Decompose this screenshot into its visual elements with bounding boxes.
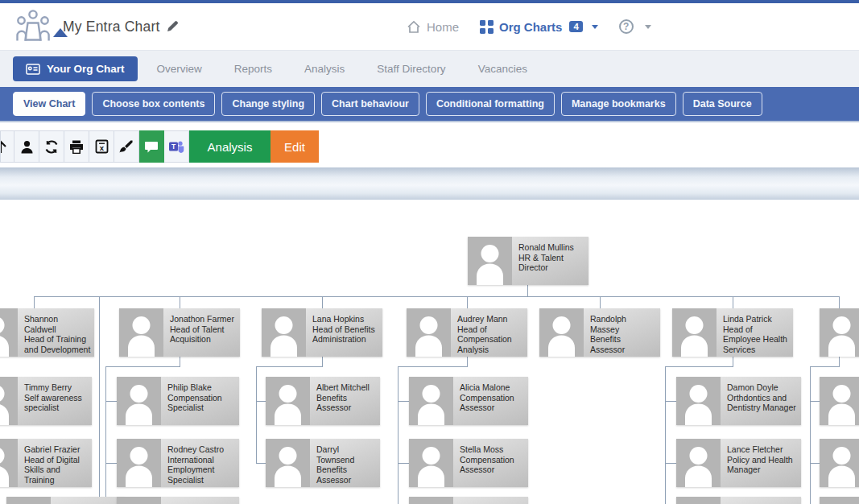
org-node-darryl-townsend[interactable]: Darryl TownsendBenefits Assessor [266, 439, 380, 487]
tab-reports[interactable]: Reports [221, 56, 285, 81]
home-icon [407, 20, 421, 34]
org-node-name: Shannon Caldwell [24, 314, 91, 334]
org-node-rodney-castro[interactable]: Rodney CastroInternational Employment Sp… [117, 439, 239, 487]
org-node-text [51, 497, 125, 504]
org-node-philip-blake[interactable]: Philip BlakeCompensation Specialist [117, 377, 239, 425]
org-node-text: Albert MitchellBenefits Assessor [310, 377, 380, 425]
org-node-timmy-berry[interactable]: Timmy BerrySelf awareness specialist [0, 377, 92, 425]
org-node[interactable] [409, 497, 528, 504]
org-node-name: Timmy Berry [24, 382, 89, 393]
connector-line [256, 366, 323, 367]
org-node[interactable] [676, 497, 801, 504]
collapsed-panel-band [0, 167, 859, 200]
org-node-text: Ronald MullinsHR & Talent Director [512, 237, 588, 285]
view-chart-button[interactable]: View Chart [13, 92, 85, 116]
org-node-alicia-malone[interactable]: Alicia MaloneCompensation Assessor [409, 377, 528, 425]
org-node-name: Alicia Malone [460, 382, 525, 393]
connector-line [256, 463, 266, 464]
excel-export-icon[interactable]: x [89, 130, 114, 163]
org-node[interactable] [6, 497, 125, 504]
org-node-text: Darryl TownsendBenefits Assessor [310, 439, 380, 487]
org-node-name: Randolph Massey [590, 314, 657, 334]
connector-line [398, 366, 399, 504]
org-node[interactable] [820, 439, 859, 487]
org-node-title: Compensation Assessor [460, 455, 525, 475]
tab-vacancies[interactable]: Vacancies [465, 56, 540, 81]
org-node-text: Lance FletcherPolicy and Health Manager [721, 439, 801, 487]
tab-label: Vacancies [478, 63, 527, 75]
connector-line [256, 366, 257, 463]
edit-button[interactable]: Edit [271, 130, 319, 163]
avatar [676, 497, 721, 504]
chart-behaviour-button[interactable]: Chart behaviour [321, 92, 419, 116]
help-menu[interactable]: ? [619, 19, 651, 34]
org-node-albert-mitchell[interactable]: Albert MitchellBenefits Assessor [266, 377, 380, 425]
data-source-button[interactable]: Data Source [683, 92, 762, 116]
avatar [117, 497, 161, 504]
manage-bookmarks-button[interactable]: Manage bookmarks [561, 92, 676, 116]
org-charts-link[interactable]: Org Charts 4 [480, 20, 598, 34]
org-node-shannon-caldwell[interactable]: Shannon CaldwellHead of Training and Dev… [0, 308, 94, 357]
org-node-audrey-mann[interactable]: Audrey MannHead of Compensation Analysis [407, 308, 527, 357]
org-node-title: Head of Compensation Analysis [457, 324, 524, 355]
avatar [409, 377, 453, 425]
org-chart-app-logo-icon [13, 6, 53, 47]
edit-title-pencil-icon[interactable] [166, 20, 179, 33]
org-node-title: Head of Digital Skills and Training [24, 455, 89, 485]
org-node-lana-hopkins[interactable]: Lana HopkinsHead of Benefits Administrat… [262, 308, 382, 357]
org-node-linda-patrick[interactable]: Linda PatrickHead of Employee Health Ser… [672, 308, 793, 357]
avatar [409, 439, 453, 487]
avatar [266, 377, 310, 425]
tab-your-org-chart[interactable]: Your Org Chart [13, 56, 138, 81]
org-node[interactable] [820, 308, 859, 357]
chat-icon[interactable] [139, 130, 164, 163]
org-node-text [453, 497, 528, 504]
org-node-title: Benefits Assessor [590, 334, 657, 354]
conditional-formatting-button[interactable]: Conditional formatting [426, 92, 555, 116]
refresh-icon[interactable] [39, 130, 64, 163]
org-node-lance-fletcher[interactable]: Lance FletcherPolicy and Health Manager [676, 439, 801, 487]
org-node-name: Philip Blake [167, 382, 236, 393]
home-link[interactable]: Home [407, 20, 459, 34]
org-node[interactable] [820, 497, 859, 504]
avatar [539, 308, 584, 357]
org-node-title: Compensation Assessor [460, 393, 525, 413]
org-node-text: Linda PatrickHead of Employee Health Ser… [717, 308, 793, 357]
tab-label: Analysis [304, 63, 345, 75]
upload-icon[interactable] [0, 130, 14, 163]
org-charts-label: Org Charts [499, 20, 562, 34]
org-node[interactable] [117, 497, 239, 504]
print-icon[interactable] [64, 130, 89, 163]
org-node-text: Shannon CaldwellHead of Training and Dev… [18, 308, 94, 357]
choose-box-contents-button[interactable]: Choose box contents [92, 92, 215, 116]
tab-overview[interactable]: Overview [144, 56, 215, 81]
org-node-name: Damon Doyle [727, 382, 798, 393]
org-node-stella-moss[interactable]: Stella MossCompensation Assessor [409, 439, 528, 487]
org-node-randolph-massey[interactable]: Randolph MasseyBenefits Assessor [539, 308, 660, 357]
org-node-damon-doyle[interactable]: Damon DoyleOrthdontics and Dentistry Man… [676, 377, 801, 425]
org-node-text: Stella MossCompensation Assessor [453, 439, 528, 487]
connector-line [665, 401, 676, 402]
org-node[interactable] [820, 377, 859, 425]
org-node-title: International Employment Specialist [167, 455, 236, 485]
org-node-name: Gabriel Frazier [24, 444, 89, 455]
connector-line [398, 366, 468, 367]
analysis-button[interactable]: Analysis [189, 130, 271, 163]
tab-staff-directory[interactable]: Staff Directory [364, 56, 458, 81]
avatar [117, 377, 161, 425]
avatar [468, 237, 512, 285]
person-icon[interactable] [14, 130, 39, 163]
connector-line [733, 357, 733, 366]
paintbrush-icon[interactable] [114, 130, 139, 163]
org-node-gabriel-frazier[interactable]: Gabriel FrazierHead of Digital Skills an… [0, 439, 92, 487]
teams-icon[interactable]: T [164, 130, 189, 163]
org-node-jonathon-farmer[interactable]: Jonathon FarmerHead of Talent Acquisitio… [119, 308, 240, 357]
org-charts-count-badge: 4 [569, 21, 582, 32]
connector-line [527, 285, 528, 296]
change-styling-button[interactable]: Change styling [221, 92, 315, 116]
tab-analysis[interactable]: Analysis [291, 56, 357, 81]
org-node-ronald-mullins[interactable]: Ronald MullinsHR & Talent Director [468, 237, 588, 285]
connector-line [810, 401, 820, 402]
org-chart-canvas[interactable]: Ronald MullinsHR & Talent DirectorShanno… [0, 200, 859, 504]
connector-line [398, 401, 409, 402]
